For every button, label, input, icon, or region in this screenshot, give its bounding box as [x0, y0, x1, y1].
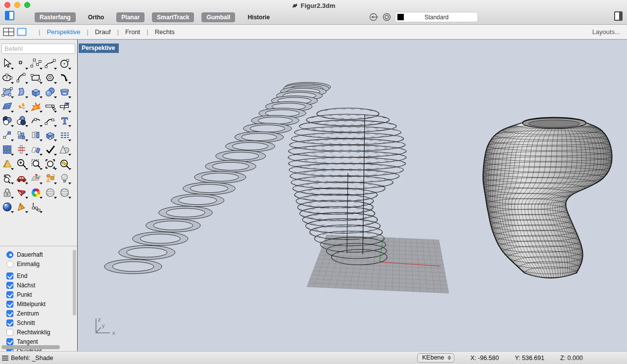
tool-color-wheel-icon[interactable] — [30, 187, 43, 200]
checkbox-icon[interactable] — [6, 282, 13, 289]
tool-extend-curve-icon[interactable] — [45, 115, 57, 128]
toggle-ortho[interactable]: Ortho — [83, 12, 109, 22]
tab-drauf[interactable]: Drauf — [95, 28, 111, 36]
tool-wireframe-sphere-icon[interactable] — [59, 187, 72, 200]
tool-mirror-icon[interactable] — [30, 130, 43, 142]
tool-shade-icon[interactable] — [1, 158, 14, 171]
osnap-zentrum[interactable]: Zentrum — [6, 309, 77, 318]
tool-circle-icon[interactable] — [59, 58, 72, 71]
checkbox-icon[interactable] — [6, 291, 13, 298]
tool-point-on-curve-icon[interactable] — [30, 115, 43, 128]
tool-check-selection-icon[interactable] — [45, 144, 57, 157]
tool-solid-union-icon[interactable] — [59, 144, 72, 157]
panel-vertical-scrollbar[interactable] — [73, 250, 76, 316]
toggle-smarttrack[interactable]: SmartTrack — [152, 12, 194, 22]
tool-trim-icon[interactable] — [45, 101, 57, 114]
tool-single-point-icon[interactable] — [16, 58, 29, 71]
tool-network-surface-icon[interactable] — [1, 101, 14, 114]
perspective-viewport[interactable]: zyx Perspektive — [78, 40, 627, 351]
tool-box-icon[interactable] — [30, 87, 43, 99]
tool-undo-view-icon[interactable] — [1, 173, 14, 185]
tool-lights-icon[interactable] — [59, 173, 72, 185]
tool-zoom-window-icon[interactable] — [30, 158, 43, 171]
tool-sphere-icon[interactable] — [45, 87, 57, 99]
layouts-button[interactable]: Layouts... — [592, 28, 620, 36]
tab-rechts[interactable]: Rechts — [155, 28, 175, 36]
right-sidebar-toggle-icon[interactable] — [614, 11, 623, 21]
tool-polygon-icon[interactable] — [45, 72, 57, 85]
tool-array-along-curve-icon[interactable] — [16, 144, 29, 157]
single-pane-layout-icon[interactable] — [17, 28, 27, 36]
checkbox-icon[interactable] — [6, 310, 13, 317]
tool-hatch-icon[interactable] — [59, 130, 72, 142]
shaded-mesh-vase[interactable] — [483, 118, 612, 279]
tool-zoom-extents-icon[interactable] — [45, 158, 57, 171]
tool-cplane-icon[interactable] — [30, 173, 43, 185]
zoom-window-button[interactable] — [24, 2, 30, 8]
tool-arc-icon[interactable] — [16, 72, 29, 85]
close-window-button[interactable] — [4, 2, 10, 8]
four-pane-layout-icon[interactable] — [3, 28, 14, 36]
target-circles-icon[interactable] — [382, 12, 391, 22]
tool-fillet-edge-icon[interactable] — [45, 130, 57, 142]
layer-style-selector[interactable]: Standard — [395, 12, 478, 22]
tool-spotlight-icon[interactable] — [16, 201, 29, 214]
radio-icon[interactable] — [6, 251, 13, 258]
tool-boolean-union-icon[interactable] — [1, 115, 14, 128]
command-input[interactable] — [1, 44, 75, 54]
tool-control-points-icon[interactable] — [30, 201, 43, 214]
tool-ellipse-icon[interactable] — [1, 72, 14, 85]
cplane-dropdown[interactable]: KEbene — [417, 353, 454, 363]
osnap-punkt[interactable]: Punkt — [6, 290, 77, 299]
tool-revolve-icon[interactable] — [59, 87, 72, 99]
tool-shaded-sphere-icon[interactable] — [45, 187, 57, 200]
radio-einmalig[interactable]: Einmalig — [6, 259, 77, 269]
tool-text-icon[interactable]: T — [59, 115, 72, 128]
tool-rectangle-icon[interactable] — [30, 72, 43, 85]
left-sidebar-toggle-icon[interactable] — [5, 11, 14, 20]
record-history-icon[interactable] — [369, 12, 379, 22]
tool-zoom-selected-icon[interactable] — [59, 158, 72, 171]
tool-explode-icon[interactable] — [30, 101, 43, 114]
tool-interpolate-curve-icon[interactable] — [45, 58, 57, 71]
tool-move-icon[interactable] — [1, 130, 14, 142]
curve-rings-stack[interactable] — [104, 83, 331, 274]
viewport-canvas[interactable]: zyx — [78, 40, 627, 351]
tool-copy-icon[interactable] — [16, 130, 29, 142]
osnap-end[interactable]: End — [6, 271, 77, 280]
osnap-nächst[interactable]: Nächst — [6, 280, 77, 290]
checkbox-icon[interactable] — [6, 319, 13, 326]
radio-icon[interactable] — [6, 261, 13, 268]
tool-select-icon[interactable] — [1, 58, 14, 71]
tool-zoom-in-icon[interactable] — [16, 158, 29, 171]
tool-blend-curve-icon[interactable] — [59, 72, 72, 85]
viewport-title-label[interactable]: Perspektive — [79, 44, 119, 53]
tool-render-sphere-icon[interactable] — [1, 201, 14, 214]
toggle-rasterfang[interactable]: Rasterfang — [35, 12, 76, 22]
tool-split-icon[interactable] — [59, 101, 72, 114]
minimize-window-button[interactable] — [14, 2, 20, 8]
tool-named-views-icon[interactable] — [45, 173, 57, 185]
osnap-rechtwinklig[interactable]: Rechtwinklig — [6, 327, 77, 337]
tool-boolean-difference-icon[interactable] — [16, 115, 29, 128]
command-menu-icon[interactable] — [2, 356, 8, 361]
radio-dauerhaft[interactable]: Dauerhaft — [6, 250, 77, 259]
tool-surface-3pt-icon[interactable] — [1, 87, 14, 99]
osnap-mittelpunkt[interactable]: Mittelpunkt — [6, 299, 77, 309]
checkbox-icon[interactable] — [6, 329, 13, 336]
checkbox-icon[interactable] — [6, 273, 13, 279]
tool-lock-icon[interactable] — [1, 187, 14, 200]
toggle-gumball[interactable]: Gumball — [201, 12, 235, 22]
tool-orient-icon[interactable] — [30, 144, 43, 157]
checkbox-icon[interactable] — [6, 338, 13, 345]
checkbox-icon[interactable] — [6, 301, 13, 308]
tool-display-mode-icon[interactable] — [16, 187, 29, 200]
toggle-historie[interactable]: Historie — [242, 12, 275, 22]
toggle-planar[interactable]: Planar — [116, 12, 145, 22]
osnap-schnitt[interactable]: Schnitt — [6, 318, 77, 327]
tool-rectangular-array-icon[interactable] — [1, 144, 14, 157]
tool-extrude-curve-icon[interactable] — [16, 87, 29, 99]
tool-control-point-curve-icon[interactable] — [30, 58, 43, 71]
panel-horizontal-scrollbar[interactable] — [1, 345, 60, 349]
tab-perspektive[interactable]: Perspektive — [47, 28, 80, 36]
